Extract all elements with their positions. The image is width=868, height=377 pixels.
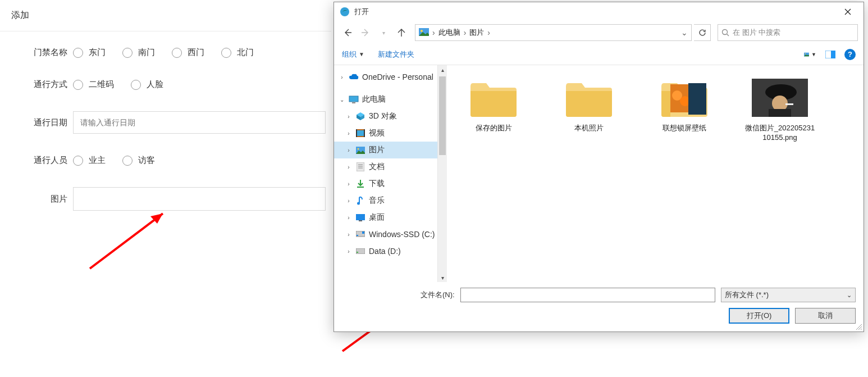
chevron-right-icon: › bbox=[345, 113, 352, 120]
dialog-toolbar: 组织▼ 新建文件夹 ▼ ? bbox=[334, 44, 864, 65]
chevron-down-icon: ▼ bbox=[359, 51, 364, 57]
tree-label: 桌面 bbox=[369, 212, 385, 222]
svg-point-8 bbox=[421, 30, 423, 32]
scroll-up-icon: ▴ bbox=[438, 65, 447, 74]
tree-downloads[interactable]: ›下载 bbox=[334, 175, 437, 192]
nav-forward-button[interactable] bbox=[358, 25, 373, 40]
radio-label: 访客 bbox=[138, 155, 155, 166]
dialog-nav: ▾ › 此电脑 › 图片 › ⌄ 在 图片 中搜索 bbox=[334, 21, 864, 44]
file-item-folder[interactable]: 联想锁屏壁纸 bbox=[648, 79, 721, 133]
folder-preview-icon bbox=[660, 79, 709, 117]
radio-qrcode[interactable]: 二维码 bbox=[73, 79, 114, 90]
address-dropdown[interactable]: ⌄ bbox=[681, 28, 688, 37]
chevron-right-icon: › bbox=[345, 181, 352, 187]
tree-3d-objects[interactable]: ›3D 对象 bbox=[334, 108, 437, 125]
row-gate-name: 门禁名称 东门 南门 西门 北门 bbox=[20, 47, 331, 58]
row-person: 通行人员 业主 访客 bbox=[20, 155, 331, 166]
nav-recent-button[interactable]: ▾ bbox=[376, 25, 391, 40]
tree-scrollbar[interactable]: ▴ ▾ bbox=[438, 65, 447, 282]
tree-drive-d[interactable]: ›Data (D:) bbox=[334, 243, 437, 260]
svg-point-22 bbox=[358, 148, 359, 149]
radio-east[interactable]: 东门 bbox=[73, 47, 106, 58]
new-folder-button[interactable]: 新建文件夹 bbox=[378, 49, 414, 60]
file-item-folder[interactable]: 本机照片 bbox=[552, 79, 625, 133]
tree-label: 文档 bbox=[369, 162, 385, 172]
file-item-image[interactable]: 微信图片_20220523110155.png bbox=[743, 79, 816, 143]
close-icon bbox=[844, 8, 851, 15]
row-method: 通行方式 二维码 人脸 bbox=[20, 79, 331, 90]
chevron-right-icon: › bbox=[345, 248, 352, 255]
document-icon bbox=[355, 162, 366, 172]
address-bar[interactable]: › 此电脑 › 图片 › ⌄ bbox=[415, 24, 692, 41]
refresh-button[interactable] bbox=[694, 24, 711, 41]
form-panel: 添加 门禁名称 东门 南门 西门 北门 通行方式 二维码 人脸 通行日期 通行人… bbox=[0, 0, 331, 377]
tree-videos[interactable]: ›视频 bbox=[334, 125, 437, 142]
label-gate-name: 门禁名称 bbox=[20, 47, 67, 58]
svg-rect-23 bbox=[357, 162, 364, 171]
chevron-right-icon: › bbox=[345, 130, 352, 137]
view-mode-button[interactable]: ▼ bbox=[804, 48, 816, 61]
help-button[interactable]: ? bbox=[844, 49, 856, 60]
breadcrumb-pictures[interactable]: 图片 bbox=[469, 28, 484, 38]
chevron-down-icon: ⌄ bbox=[339, 97, 345, 103]
dialog-footer: 文件名(N): 所有文件 (*.*) ⌄ 打开(O) 取消 bbox=[334, 282, 864, 331]
nav-up-button[interactable] bbox=[394, 25, 409, 40]
radio-face[interactable]: 人脸 bbox=[131, 79, 163, 90]
radio-owner[interactable]: 业主 bbox=[73, 155, 106, 166]
chevron-right-icon: › bbox=[345, 164, 352, 170]
svg-rect-39 bbox=[688, 83, 706, 115]
pictures-lib-icon bbox=[419, 28, 429, 38]
organize-label: 组织 bbox=[342, 49, 357, 60]
tree-onedrive[interactable]: › OneDrive - Personal bbox=[334, 69, 437, 85]
svg-line-10 bbox=[727, 34, 729, 37]
preview-pane-button[interactable] bbox=[824, 48, 837, 61]
tree-drive-c[interactable]: ›Windows-SSD (C:) bbox=[334, 226, 437, 243]
date-input[interactable] bbox=[73, 111, 326, 134]
svg-point-12 bbox=[805, 53, 806, 54]
folder-icon bbox=[469, 79, 518, 117]
svg-point-42 bbox=[772, 96, 788, 111]
scrollbar-thumb[interactable] bbox=[439, 76, 446, 155]
monitor-icon bbox=[349, 94, 359, 105]
form-title: 添加 bbox=[0, 0, 331, 31]
chevron-down-icon: ⌄ bbox=[681, 28, 688, 37]
svg-rect-29 bbox=[356, 214, 365, 220]
filetype-select[interactable]: 所有文件 (*.*) ⌄ bbox=[721, 288, 856, 302]
organize-button[interactable]: 组织▼ bbox=[342, 49, 364, 60]
tree-pictures[interactable]: ›图片 bbox=[334, 142, 437, 158]
filename-input[interactable] bbox=[460, 288, 715, 302]
row-picture: 图片 bbox=[20, 187, 331, 211]
close-button[interactable] bbox=[835, 4, 860, 20]
radio-label: 东门 bbox=[89, 47, 106, 58]
radio-group-gate: 东门 南门 西门 北门 bbox=[73, 47, 254, 58]
tree-desktop[interactable]: ›桌面 bbox=[334, 209, 437, 226]
radio-icon bbox=[73, 156, 83, 166]
radio-north[interactable]: 北门 bbox=[221, 47, 254, 58]
tree-this-pc[interactable]: ⌄ 此电脑 bbox=[334, 91, 437, 108]
radio-south[interactable]: 南门 bbox=[122, 47, 155, 58]
breadcrumb-this-pc[interactable]: 此电脑 bbox=[438, 28, 460, 38]
file-name: 联想锁屏壁纸 bbox=[663, 124, 706, 133]
file-name: 本机照片 bbox=[574, 124, 604, 133]
svg-point-9 bbox=[723, 30, 728, 35]
cancel-button[interactable]: 取消 bbox=[795, 308, 856, 324]
radio-icon bbox=[122, 156, 133, 166]
open-button[interactable]: 打开(O) bbox=[729, 308, 789, 324]
nav-back-button[interactable] bbox=[340, 25, 355, 40]
file-open-dialog: 打开 ▾ › 此电脑 › 图片 › ⌄ 在 图片 中搜索 组织▼ 新建文件夹 ▼ bbox=[334, 2, 864, 332]
radio-visitor[interactable]: 访客 bbox=[122, 155, 155, 166]
search-input[interactable]: 在 图片 中搜索 bbox=[718, 24, 858, 41]
svg-rect-32 bbox=[357, 235, 358, 236]
tree-music[interactable]: ›音乐 bbox=[334, 192, 437, 209]
file-list: 保存的图片 本机照片 联想锁屏壁纸 微信图片_20220523110155.pn… bbox=[447, 65, 864, 282]
tree-documents[interactable]: ›文档 bbox=[334, 158, 437, 175]
folder-icon bbox=[565, 79, 613, 117]
file-item-folder[interactable]: 保存的图片 bbox=[457, 79, 530, 133]
row-date: 通行日期 bbox=[20, 111, 331, 134]
resize-grip-icon[interactable] bbox=[855, 323, 862, 330]
image-upload[interactable] bbox=[73, 187, 326, 211]
svg-rect-20 bbox=[364, 129, 365, 137]
tree-label: 3D 对象 bbox=[369, 111, 397, 121]
radio-label: 二维码 bbox=[89, 79, 114, 90]
radio-west[interactable]: 西门 bbox=[172, 47, 204, 58]
